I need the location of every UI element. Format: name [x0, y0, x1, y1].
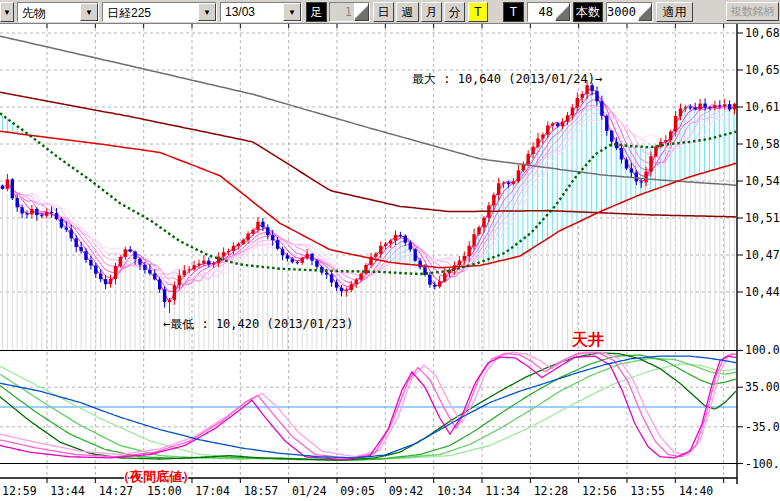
time-axis-label: 18:57 [244, 484, 279, 498]
oscillator-axis-label: -100.00 [745, 457, 780, 471]
time-axis-label: 12:59 [2, 484, 37, 498]
night-floor-annotation: （夜間底値） [117, 468, 195, 486]
period-month-button[interactable]: 月 [421, 2, 442, 22]
bar-type-label: 足 [306, 2, 327, 22]
period-minute-button[interactable]: 分 [444, 2, 465, 22]
chart-area[interactable]: 10,68510,65010,61510,58010,54510,51010,4… [0, 24, 780, 501]
oscillator-panel [0, 351, 737, 479]
dropdown-arrow-icon[interactable]: ▼ [80, 3, 98, 21]
spin-updown-icon[interactable] [354, 3, 369, 21]
apply-button[interactable]: 適用 [656, 2, 693, 22]
time-axis-label: 12:56 [582, 484, 617, 498]
period-week-button[interactable]: 週 [396, 2, 419, 22]
ceiling-annotation: 天井 [572, 330, 604, 351]
oscillator-axis-label: 35.00 [745, 380, 780, 394]
rci-light-green [0, 358, 736, 460]
time-axis-label: 09:42 [389, 484, 424, 498]
rci-mid-green [0, 355, 736, 460]
oscillator-axis-label: 100.00 [745, 343, 780, 357]
rci-magenta [0, 356, 736, 459]
dropdown-arrow-icon: ▼ [3, 8, 11, 17]
tick-label: T [503, 2, 524, 22]
contract-month-combobox[interactable]: 13/03 ▼ [220, 2, 302, 22]
time-axis-label: 14:40 [679, 484, 714, 498]
time-axis-label: 13:55 [630, 484, 665, 498]
symbol-combobox[interactable]: 日経225 ▼ [102, 2, 217, 22]
price-axis: 10,68510,65010,61510,58010,54510,51010,4… [737, 24, 780, 484]
time-axis-label: 12:28 [534, 484, 569, 498]
bar-interval-stepper[interactable]: 1 [329, 2, 370, 22]
price-axis-label: 10,510 [745, 211, 780, 225]
time-axis-label: 17:04 [195, 484, 230, 498]
bar-shadow-stripes [3, 97, 735, 349]
spin-updown-icon[interactable] [555, 3, 570, 21]
price-axis-label: 10,475 [745, 248, 780, 262]
price-axis-label: 10,650 [745, 63, 780, 77]
min-price-annotation: ←最低 : 10,420 (2013/01/23) [163, 316, 353, 333]
bar-count-label: 本数 [573, 2, 603, 22]
edge-dropdown-button[interactable]: ▼ [0, 2, 14, 22]
dropdown-arrow-icon[interactable]: ▼ [283, 3, 301, 21]
spin-updown-icon[interactable] [638, 3, 652, 21]
dropdown-arrow-icon[interactable]: ▼ [198, 3, 216, 21]
price-axis-label: 10,615 [745, 100, 780, 114]
time-axis-label: 14:27 [99, 484, 134, 498]
chart-application-window: ▼ 先物 ▼ 日経225 ▼ 13/03 ▼ 足 1 日 週 月 分 T T 4… [0, 0, 780, 501]
time-axis-label: 11:34 [485, 484, 520, 498]
bar-interval-value: 1 [330, 3, 354, 21]
tick-count-stepper[interactable]: 48 [527, 2, 571, 22]
time-axis-label: 10:34 [437, 484, 472, 498]
price-and-oscillator-chart[interactable]: 10,68510,65010,61510,58010,54510,51010,4… [0, 24, 780, 501]
time-axis-label: 15:00 [147, 484, 182, 498]
time-axis-label: 01/24 [292, 484, 327, 498]
multi-symbol-button[interactable]: 複数銘柄 [726, 2, 779, 21]
price-axis-label: 10,440 [745, 285, 780, 299]
bar-count-stepper[interactable]: 3000 [606, 2, 653, 22]
category-combobox[interactable]: 先物 ▼ [17, 2, 99, 22]
price-axis-label: 10,580 [745, 137, 780, 151]
time-axis: 12:5913:4414:2715:0017:0418:5701/2409:05… [2, 484, 713, 498]
bar-count-value: 3000 [607, 3, 638, 21]
tick-count-value: 48 [528, 3, 555, 21]
max-price-annotation: 最大 : 10,640 (2013/01/24)→ [412, 71, 602, 88]
contract-month-value: 13/03 [221, 3, 283, 21]
price-axis-label: 10,685 [745, 26, 780, 40]
toolbar: ▼ 先物 ▼ 日経225 ▼ 13/03 ▼ 足 1 日 週 月 分 T T 4… [0, 0, 780, 24]
oscillator-axis-label: -35.00 [745, 420, 780, 434]
category-value: 先物 [18, 3, 80, 21]
symbol-value: 日経225 [103, 3, 198, 21]
time-axis-label: 13:44 [50, 484, 85, 498]
tick-mode-button[interactable]: T [468, 2, 488, 22]
period-day-button[interactable]: 日 [373, 2, 394, 22]
time-axis-label: 09:05 [340, 484, 375, 498]
price-axis-label: 10,545 [745, 174, 780, 188]
